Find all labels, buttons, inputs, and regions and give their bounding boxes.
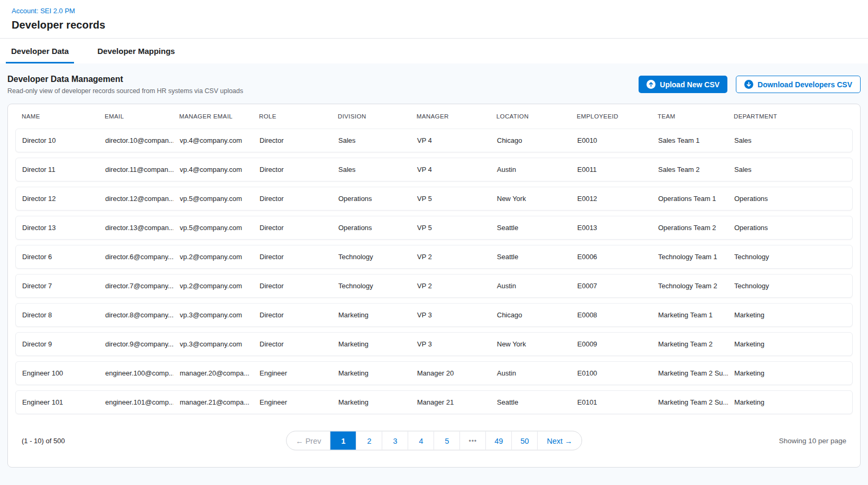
page-title: Developer records <box>12 19 856 31</box>
table-cell: manager.20@compa... <box>173 369 253 377</box>
section-title: Developer Data Management <box>7 75 243 84</box>
table-cell: VP 4 <box>411 136 491 144</box>
upload-button-label: Upload New CSV <box>660 80 719 89</box>
tab-developer-data[interactable]: Developer Data <box>6 39 74 63</box>
table-cell: Austin <box>491 369 571 377</box>
table-cell: Director <box>253 136 332 144</box>
table-cell: Manager 21 <box>411 398 491 406</box>
table-cell: E0012 <box>571 195 652 203</box>
download-developers-csv-button[interactable]: Download Developers CSV <box>736 76 861 93</box>
upload-icon <box>647 80 655 89</box>
table-cell: director.8@company.... <box>99 311 173 319</box>
prev-page-button[interactable]: ← Prev <box>287 432 330 450</box>
table-cell: VP 2 <box>411 253 491 261</box>
section-subtitle: Read-only view of developer records sour… <box>7 87 243 95</box>
table-cell: vp.2@company.com <box>173 282 253 290</box>
next-page-button[interactable]: Next → <box>538 432 581 450</box>
table-cell: Director 11 <box>16 166 99 173</box>
table-cell: vp.4@company.com <box>173 166 253 173</box>
table-cell: manager.21@compa... <box>173 398 253 406</box>
table-cell: VP 5 <box>411 195 491 203</box>
page-button-1[interactable]: 1 <box>330 432 356 450</box>
page-button-2[interactable]: 2 <box>356 432 382 450</box>
table-cell: Austin <box>491 166 571 173</box>
table-cell: director.13@compan... <box>99 224 173 232</box>
table-cell: Marketing <box>728 311 852 319</box>
table-cell: engineer.101@comp... <box>99 398 173 406</box>
table-header: NAMEEMAILMANAGER EMAILROLEDIVISIONMANAGE… <box>15 104 853 129</box>
table-cell: director.7@company.... <box>99 282 173 290</box>
table-cell: Sales <box>332 166 411 173</box>
developer-data-panel: Developer Data Management Read-only view… <box>0 63 868 485</box>
table-cell: E0010 <box>571 136 652 144</box>
table-cell: Sales <box>728 136 852 144</box>
page-button-4[interactable]: 4 <box>408 432 434 450</box>
table-cell: Operations <box>332 224 411 232</box>
table-cell: Operations Team 1 <box>652 195 728 203</box>
tab-bar: Developer Data Developer Mappings <box>0 39 868 63</box>
table-cell: Marketing <box>332 398 411 406</box>
table-cell: E0009 <box>571 340 652 348</box>
table-cell: Director <box>253 253 332 261</box>
table-row: Director 10director.10@compan...vp.4@com… <box>15 129 853 152</box>
table-cell: Marketing <box>728 369 852 377</box>
table-cell: vp.5@company.com <box>173 224 253 232</box>
upload-new-csv-button[interactable]: Upload New CSV <box>639 76 727 93</box>
table-cell: Director 6 <box>16 253 99 261</box>
section-header: Developer Data Management Read-only view… <box>7 75 861 95</box>
table-cell: Marketing <box>332 340 411 348</box>
section-actions: Upload New CSV Download Developers CSV <box>639 75 861 93</box>
table-cell: Director <box>253 340 332 348</box>
table-cell: Technology <box>332 253 411 261</box>
table-cell: VP 3 <box>411 340 491 348</box>
column-header-manager: MANAGER <box>410 113 490 120</box>
table-cell: vp.2@company.com <box>173 253 253 261</box>
page-button-5[interactable]: 5 <box>434 432 460 450</box>
pagination: ← Prev12345•••4950Next → <box>286 431 582 451</box>
per-page-text: Showing 10 per page <box>779 437 846 445</box>
table-cell: New York <box>491 195 571 203</box>
table-cell: Chicago <box>491 136 571 144</box>
table-body: Director 10director.10@compan...vp.4@com… <box>15 129 853 414</box>
column-header-location: LOCATION <box>490 113 570 120</box>
table-row: Director 8director.8@company....vp.3@com… <box>15 303 853 327</box>
page-button-3[interactable]: 3 <box>382 432 408 450</box>
table-cell: Marketing <box>332 369 411 377</box>
table-row: Engineer 100engineer.100@comp...manager.… <box>15 361 853 385</box>
tab-developer-mappings[interactable]: Developer Mappings <box>92 39 180 63</box>
table-cell: E0011 <box>571 166 652 173</box>
table-cell: Sales Team 1 <box>652 136 728 144</box>
table-cell: Director <box>253 282 332 290</box>
download-button-label: Download Developers CSV <box>758 80 852 89</box>
table-cell: director.9@company.... <box>99 340 173 348</box>
table-row: Engineer 101engineer.101@comp...manager.… <box>15 390 853 414</box>
table-cell: Director <box>253 166 332 173</box>
table-cell: VP 2 <box>411 282 491 290</box>
table-cell: Director 9 <box>16 340 99 348</box>
page-button-49[interactable]: 49 <box>486 432 512 450</box>
table-cell: Technology Team 2 <box>652 282 728 290</box>
page-button-50[interactable]: 50 <box>512 432 538 450</box>
table-cell: Director <box>253 224 332 232</box>
table-cell: Technology <box>728 253 852 261</box>
table-row: Director 7director.7@company....vp.2@com… <box>15 274 853 298</box>
table-cell: Chicago <box>491 311 571 319</box>
table-cell: Director 8 <box>16 311 99 319</box>
table-cell: Director <box>253 195 332 203</box>
download-icon <box>744 80 753 89</box>
account-breadcrumb-link[interactable]: Account: SEI 2.0 PM <box>12 7 75 15</box>
table-cell: Operations <box>728 224 852 232</box>
table-cell: Engineer 100 <box>16 369 99 377</box>
table-cell: Seattle <box>491 398 571 406</box>
pagination-ellipsis: ••• <box>460 432 486 450</box>
table-cell: engineer.100@comp... <box>99 369 173 377</box>
table-cell: New York <box>491 340 571 348</box>
table-cell: director.10@compan... <box>99 136 173 144</box>
column-header-role: ROLE <box>253 113 331 120</box>
developer-table: NAMEEMAILMANAGER EMAILROLEDIVISIONMANAGE… <box>7 104 861 468</box>
table-cell: Technology <box>728 282 852 290</box>
table-cell: VP 3 <box>411 311 491 319</box>
table-cell: Engineer 101 <box>16 398 99 406</box>
table-cell: Operations <box>728 195 852 203</box>
column-header-employeeid: EMPLOYEEID <box>570 113 651 120</box>
